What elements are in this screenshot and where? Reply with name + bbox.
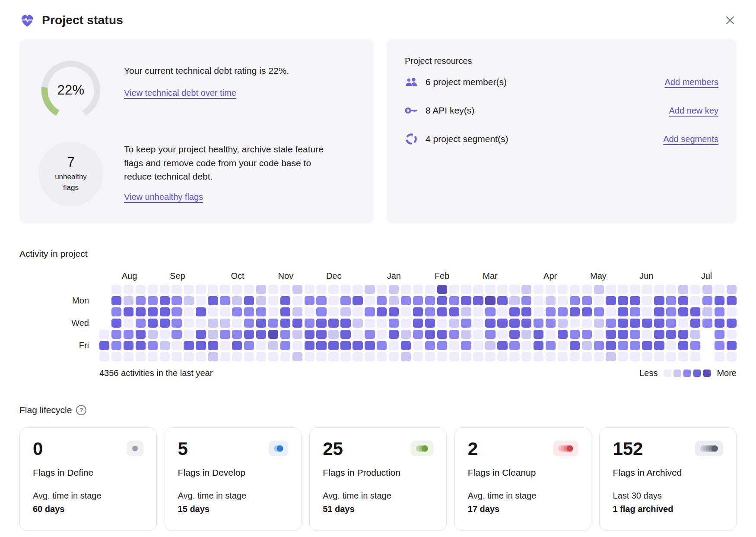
activity-cell[interactable] (570, 319, 580, 328)
activity-cell[interactable] (642, 296, 652, 305)
activity-cell[interactable] (244, 352, 254, 361)
activity-cell[interactable] (473, 285, 483, 294)
activity-cell[interactable] (208, 341, 218, 350)
activity-cell[interactable] (184, 307, 194, 316)
activity-cell[interactable] (558, 319, 568, 328)
activity-cell[interactable] (570, 307, 580, 316)
activity-cell[interactable] (521, 296, 531, 305)
activity-cell[interactable] (534, 341, 543, 350)
activity-cell[interactable] (196, 285, 206, 294)
activity-cell[interactable] (461, 330, 471, 339)
activity-cell[interactable] (316, 285, 326, 294)
activity-cell[interactable] (172, 330, 181, 339)
activity-cell[interactable] (401, 296, 411, 305)
activity-cell[interactable] (365, 296, 375, 305)
view-unhealthy-flags-link[interactable]: View unhealthy flags (124, 192, 203, 202)
activity-cell[interactable] (413, 319, 423, 328)
activity-cell[interactable] (136, 341, 146, 350)
activity-cell[interactable] (292, 330, 302, 339)
activity-cell[interactable] (220, 330, 230, 339)
activity-cell[interactable] (678, 285, 688, 294)
activity-cell[interactable] (594, 352, 604, 361)
activity-cell[interactable] (220, 307, 230, 316)
activity-cell[interactable] (280, 296, 290, 305)
activity-cell[interactable] (642, 330, 652, 339)
activity-cell[interactable] (666, 319, 676, 328)
activity-cell[interactable] (353, 285, 362, 294)
activity-cell[interactable] (654, 330, 664, 339)
activity-cell[interactable] (353, 307, 362, 316)
activity-cell[interactable] (521, 319, 531, 328)
activity-cell[interactable] (256, 296, 266, 305)
activity-cell[interactable] (136, 296, 146, 305)
activity-cell[interactable] (111, 352, 121, 361)
activity-cell[interactable] (546, 352, 556, 361)
activity-cell[interactable] (340, 341, 350, 350)
activity-cell[interactable] (148, 341, 158, 350)
activity-cell[interactable] (268, 307, 278, 316)
activity-cell[interactable] (316, 341, 326, 350)
activity-cell[interactable] (413, 352, 423, 361)
activity-cell[interactable] (124, 307, 133, 316)
activity-cell[interactable] (280, 307, 290, 316)
activity-cell[interactable] (353, 319, 362, 328)
activity-cell[interactable] (160, 319, 170, 328)
activity-cell[interactable] (232, 296, 242, 305)
activity-cell[interactable] (449, 307, 459, 316)
activity-cell[interactable] (220, 285, 230, 294)
activity-cell[interactable] (232, 341, 242, 350)
activity-cell[interactable] (316, 296, 326, 305)
activity-cell[interactable] (449, 330, 459, 339)
activity-cell[interactable] (292, 341, 302, 350)
activity-cell[interactable] (558, 352, 568, 361)
activity-cell[interactable] (401, 307, 411, 316)
activity-cell[interactable] (509, 352, 519, 361)
activity-cell[interactable] (328, 352, 338, 361)
activity-cell[interactable] (244, 341, 254, 350)
activity-cell[interactable] (606, 341, 616, 350)
activity-cell[interactable] (365, 352, 375, 361)
activity-cell[interactable] (534, 307, 543, 316)
activity-cell[interactable] (268, 330, 278, 339)
activity-cell[interactable] (377, 296, 387, 305)
activity-cell[interactable] (172, 285, 181, 294)
activity-cell[interactable] (715, 296, 724, 305)
activity-cell[interactable] (256, 307, 266, 316)
activity-cell[interactable] (630, 341, 640, 350)
activity-cell[interactable] (305, 352, 314, 361)
activity-cell[interactable] (582, 341, 592, 350)
activity-cell[interactable] (268, 341, 278, 350)
activity-cell[interactable] (316, 307, 326, 316)
activity-cell[interactable] (148, 296, 158, 305)
activity-cell[interactable] (160, 330, 170, 339)
activity-cell[interactable] (534, 285, 543, 294)
activity-cell[interactable] (509, 285, 519, 294)
activity-cell[interactable] (111, 341, 121, 350)
activity-cell[interactable] (99, 330, 109, 339)
activity-cell[interactable] (582, 352, 592, 361)
activity-cell[interactable] (413, 307, 423, 316)
activity-cell[interactable] (618, 341, 628, 350)
activity-cell[interactable] (690, 307, 700, 316)
activity-cell[interactable] (244, 296, 254, 305)
activity-cell[interactable] (425, 330, 435, 339)
activity-cell[interactable] (690, 285, 700, 294)
activity-cell[interactable] (654, 285, 664, 294)
activity-cell[interactable] (546, 330, 556, 339)
activity-cell[interactable] (232, 352, 242, 361)
activity-cell[interactable] (268, 285, 278, 294)
activity-cell[interactable] (111, 330, 121, 339)
activity-cell[interactable] (473, 352, 483, 361)
activity-cell[interactable] (715, 307, 724, 316)
activity-cell[interactable] (461, 352, 471, 361)
activity-cell[interactable] (630, 296, 640, 305)
activity-cell[interactable] (136, 307, 146, 316)
activity-cell[interactable] (618, 352, 628, 361)
activity-cell[interactable] (437, 341, 447, 350)
activity-cell[interactable] (449, 285, 459, 294)
activity-cell[interactable] (642, 319, 652, 328)
activity-cell[interactable] (305, 307, 314, 316)
activity-cell[interactable] (353, 330, 362, 339)
activity-cell[interactable] (678, 296, 688, 305)
activity-cell[interactable] (425, 285, 435, 294)
